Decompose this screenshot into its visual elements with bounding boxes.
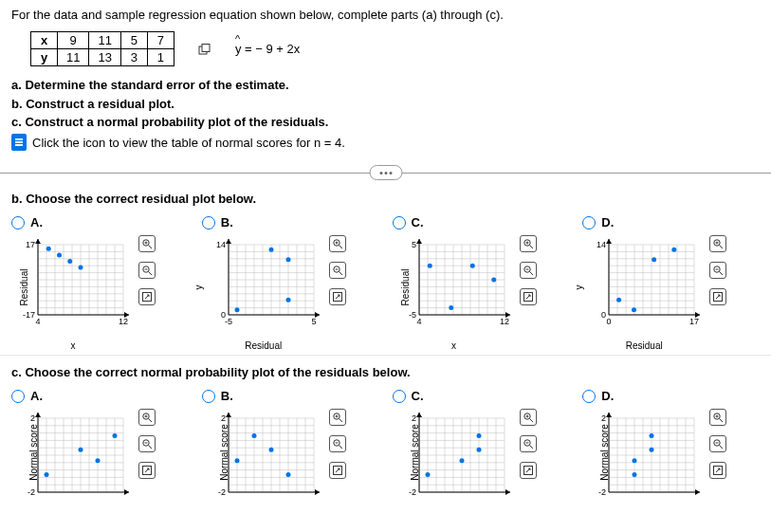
svg-text:12: 12 [119,317,128,326]
svg-point-33 [57,252,62,257]
svg-point-75 [268,248,273,252]
plot-A: Normal score -22 [11,409,189,496]
svg-line-167 [720,272,724,276]
expand-icon[interactable] [329,288,346,305]
plot-D: y 017014 Residual [582,235,760,339]
expand-icon[interactable] [520,462,537,479]
svg-text:14: 14 [216,240,226,249]
zoom-out-icon[interactable] [329,262,346,279]
choice-radio-B[interactable] [202,390,215,403]
svg-marker-111 [416,239,422,244]
zoom-in-icon[interactable] [329,409,346,426]
choice-radio-C[interactable] [393,216,406,229]
zoom-out-icon[interactable] [138,262,156,279]
svg-line-207 [149,446,153,449]
svg-line-121 [529,246,533,249]
svg-text:12: 12 [499,317,508,326]
choice-label: A. [30,389,43,403]
svg-line-327 [720,446,724,449]
zoom-out-icon[interactable] [709,435,726,452]
expand-icon[interactable] [709,462,726,479]
expand-icon[interactable] [138,462,156,479]
svg-marker-315 [606,413,612,417]
svg-point-241 [285,472,290,477]
svg-text:17: 17 [689,317,699,326]
zoom-out-icon[interactable] [709,262,726,279]
table-cell: 7 [147,32,174,49]
choice-radio-A[interactable] [11,390,25,403]
choice-label: B. [221,215,233,229]
table-cell: 11 [58,49,89,66]
svg-point-161 [672,248,677,252]
choice-radio-A[interactable] [11,216,25,229]
table-header-x: x [31,32,58,49]
svg-text:14: 14 [597,240,606,249]
zoom-in-icon[interactable] [520,235,537,252]
choice-radio-C[interactable] [393,390,406,403]
choice-radio-B[interactable] [202,216,215,229]
svg-marker-235 [226,413,231,417]
svg-point-280 [476,448,481,452]
expand-icon[interactable] [138,288,156,305]
copy-table-icon[interactable] [198,44,211,55]
x-axis-label: x [451,340,456,351]
expand-icon[interactable] [520,288,537,305]
svg-text:0: 0 [601,310,606,320]
choice-label: A. [30,215,43,229]
y-axis-label: Residual [19,269,29,306]
svg-text:0: 0 [607,317,612,326]
document-icon[interactable] [11,134,27,151]
svg-text:17: 17 [26,240,35,249]
svg-point-319 [633,458,637,463]
zoom-in-icon[interactable] [520,409,537,426]
normal-scores-link[interactable]: Click the icon to view the table of norm… [32,134,345,153]
svg-point-281 [476,433,481,438]
svg-text:-2: -2 [598,487,606,496]
svg-point-198 [45,472,49,477]
zoom-in-icon[interactable] [709,409,726,426]
expand-icon[interactable] [709,288,726,305]
part-b: b. Construct a residual plot. [11,95,760,114]
expand-icon[interactable] [329,462,346,479]
zoom-out-icon[interactable] [520,262,537,279]
zoom-in-icon[interactable] [709,235,726,252]
plot-B: y -55014 Residual [202,235,379,339]
plot-B: Normal score -22 [202,409,379,496]
zoom-out-icon[interactable] [138,435,156,452]
svg-point-200 [96,458,101,463]
zoom-in-icon[interactable] [329,235,346,252]
svg-text:-2: -2 [218,487,226,496]
svg-line-83 [339,272,342,276]
zoom-in-icon[interactable] [138,409,156,426]
question-c: c. Choose the correct normal probability… [11,365,760,379]
regression-equation: y = − 9 + 2x [235,42,300,56]
svg-text:2: 2 [30,413,35,423]
choice-radio-D[interactable] [582,216,596,229]
zoom-in-icon[interactable] [138,235,156,252]
svg-point-118 [469,264,474,268]
zoom-out-icon[interactable] [520,435,537,452]
svg-text:-17: -17 [23,310,35,320]
svg-text:-2: -2 [28,487,35,496]
choice-radio-D[interactable] [582,390,596,403]
question-b: b. Choose the correct residual plot belo… [11,192,760,206]
choice-label: C. [412,215,424,229]
svg-line-41 [149,272,153,276]
zoom-out-icon[interactable] [329,435,346,452]
plot-A: Residual 412-1717 x [11,235,189,339]
svg-line-247 [339,446,342,449]
y-axis-label: Residual [399,269,410,306]
svg-rect-1 [202,44,210,51]
svg-line-243 [339,419,342,423]
svg-text:4: 4 [35,317,40,326]
table-cell: 9 [58,32,89,49]
svg-text:0: 0 [221,310,226,320]
expand-pill[interactable] [369,165,402,180]
svg-point-238 [234,458,239,463]
choice-label: C. [412,389,424,403]
svg-point-119 [491,278,496,283]
table-cell: 11 [89,32,120,49]
svg-text:4: 4 [416,317,421,326]
svg-marker-153 [606,239,612,244]
svg-point-77 [285,257,290,262]
